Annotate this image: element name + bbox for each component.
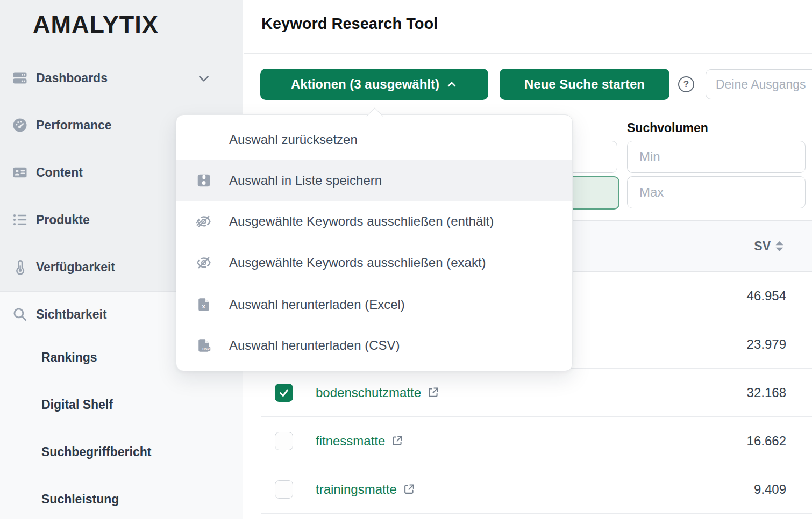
svg-text:CSV: CSV xyxy=(202,347,210,351)
new-search-button[interactable]: Neue Suche starten xyxy=(500,69,669,100)
sort-icon xyxy=(775,241,784,252)
page-title: Keyword Research Tool xyxy=(261,15,438,33)
sidebar-item-label: Content xyxy=(36,165,83,180)
external-link-icon[interactable] xyxy=(391,435,403,447)
performance-icon xyxy=(12,117,28,133)
sidebar-item-suchleistung[interactable]: Suchleistung xyxy=(0,487,243,511)
sv-value: 32.168 xyxy=(747,369,786,416)
header-divider xyxy=(244,53,812,54)
sv-value: 9.409 xyxy=(754,465,786,513)
external-link-icon[interactable] xyxy=(427,386,439,399)
sidebar-item-digital-shelf[interactable]: Digital Shelf xyxy=(0,393,243,416)
table-row: fitnessmatte 16.662 xyxy=(261,417,812,465)
products-icon xyxy=(12,212,28,228)
menu-item-download-excel[interactable]: x Auswahl herunterladen (Excel) xyxy=(176,284,572,325)
keyword-link[interactable]: trainingsmatte xyxy=(316,482,397,497)
seed-keywords-input[interactable] xyxy=(706,69,812,99)
sv-value: 46.954 xyxy=(747,272,786,320)
sidebar-item-label: Produkte xyxy=(36,213,90,227)
row-checkbox-checked[interactable] xyxy=(275,384,293,402)
menu-item-save-to-list[interactable]: Auswahl in Liste speichern xyxy=(176,160,572,201)
sv-column-header[interactable]: SV xyxy=(754,221,784,271)
menu-item-reset-selection[interactable]: Auswahl zurücksetzen xyxy=(176,119,572,160)
sv-value: 23.979 xyxy=(747,320,786,368)
external-link-icon[interactable] xyxy=(403,483,415,495)
sv-value: 16.662 xyxy=(747,417,786,465)
save-icon xyxy=(196,172,212,189)
table-row: trainingsmatte 9.409 xyxy=(261,465,812,514)
help-icon[interactable]: ? xyxy=(678,76,694,92)
row-checkbox[interactable] xyxy=(275,480,293,499)
menu-item-exclude-exact[interactable]: Ausgewählte Keywords ausschließen (exakt… xyxy=(176,242,572,283)
chevron-down-icon[interactable] xyxy=(197,71,211,85)
brand-logo: AMALYTIX xyxy=(33,11,159,39)
availability-icon xyxy=(12,259,28,275)
menu-item-download-csv[interactable]: CSV Auswahl herunterladen (CSV) xyxy=(176,325,572,366)
sidebar-item-suchbegriffbericht[interactable]: Suchbegriffbericht xyxy=(0,440,243,464)
visibility-icon xyxy=(12,306,28,322)
sidebar-item-dashboards[interactable]: Dashboards xyxy=(0,66,243,90)
sidebar-item-label: Verfügbarkeit xyxy=(36,260,115,275)
chevron-up-icon xyxy=(446,78,458,90)
sidebar-item-label: Sichtbarkeit xyxy=(36,307,107,322)
keyword-link[interactable]: fitnessmatte xyxy=(316,434,385,449)
file-csv-icon: CSV xyxy=(196,337,212,354)
search-volume-min-input[interactable] xyxy=(627,141,806,173)
search-volume-label: Suchvolumen xyxy=(627,121,708,135)
eye-off-lines-icon xyxy=(196,213,212,229)
search-volume-max-input[interactable] xyxy=(627,176,806,208)
table-row: bodenschutzmatte 32.168 xyxy=(261,369,812,417)
file-excel-icon: x xyxy=(196,297,212,313)
svg-text:x: x xyxy=(202,303,206,309)
sidebar-item-label: Dashboards xyxy=(36,71,108,85)
row-checkbox[interactable] xyxy=(275,432,293,450)
actions-dropdown-menu: Auswahl zurücksetzen Auswahl in Liste sp… xyxy=(176,114,573,371)
app-window: AMALYTIX Dashboards xyxy=(0,0,812,519)
eye-off-icon xyxy=(196,255,212,271)
menu-item-exclude-contains[interactable]: Ausgewählte Keywords ausschließen (enthä… xyxy=(176,201,572,242)
actions-dropdown-button[interactable]: Aktionen (3 ausgewählt) xyxy=(260,69,488,100)
sidebar-item-label: Performance xyxy=(36,118,112,133)
keyword-link[interactable]: bodenschutzmatte xyxy=(316,385,421,400)
dashboards-icon xyxy=(12,70,28,86)
content-icon xyxy=(12,164,28,181)
